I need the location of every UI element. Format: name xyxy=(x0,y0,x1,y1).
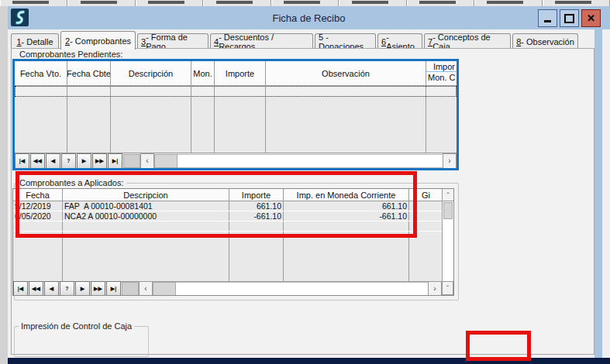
nav-next-button[interactable]: ▶ xyxy=(75,281,90,297)
vscroll-up-arrow[interactable]: ˆ xyxy=(443,189,453,201)
col-observacion[interactable]: Observación xyxy=(266,61,426,85)
impresion-groupbox xyxy=(14,326,149,357)
col-importe[interactable]: Importe xyxy=(229,189,284,201)
tab-donaciones[interactable]: 5 - Donaciones xyxy=(315,33,376,49)
vscroll-down-arrow[interactable]: ˇ xyxy=(442,281,453,295)
aplicados-row-1[interactable]: 9/12/2019 FAP A 00010-00081401 661.10 66… xyxy=(13,201,443,211)
col-importe-moneda-corriente[interactable]: Impor Mon. C xyxy=(426,61,457,85)
hscroll-thumb[interactable] xyxy=(154,154,177,168)
nav-first-button[interactable]: |◀ xyxy=(15,153,29,169)
screen: Ficha de Recibo ✕ 1 - Detalle 2 - Compro… xyxy=(0,0,610,364)
hscroll-right-arrow[interactable]: › xyxy=(428,281,442,297)
dialog-titlebar: Ficha de Recibo ✕ xyxy=(8,6,610,29)
pendientes-header-row: Fecha Vto. Fecha Cbte Descripción Mon. I… xyxy=(15,61,457,86)
pendientes-table: Fecha Vto. Fecha Cbte Descripción Mon. I… xyxy=(12,59,459,170)
nav-search-button[interactable]: ? xyxy=(60,281,74,297)
nav-fast-next-button[interactable]: ▶▶ xyxy=(91,281,105,297)
hscroll-track[interactable] xyxy=(177,154,443,168)
nav-prev-button[interactable]: ◀ xyxy=(44,281,59,297)
nav-fast-next-button[interactable]: ▶▶ xyxy=(92,153,107,169)
hscroll-thumb[interactable] xyxy=(153,282,176,296)
col-fecha[interactable]: Fecha xyxy=(13,189,63,201)
aplicados-row-2[interactable]: 6/05/2020 NCA2 A 00010-00000000 -661.10 … xyxy=(13,211,443,221)
pendientes-empty-area xyxy=(15,97,457,154)
col-fecha-vto[interactable]: Fecha Vto. xyxy=(15,61,67,85)
aplicados-record-navigator: |◀ ◀◀ ◀ ? ▶ ▶▶ ▶| ‹ › xyxy=(13,281,442,295)
maximize-button[interactable] xyxy=(560,9,579,27)
background-window-tabs xyxy=(0,0,610,6)
col-descripcion[interactable]: Descripción xyxy=(111,61,191,85)
col-descripcion[interactable]: Descripcion xyxy=(63,189,229,201)
tab-observacion[interactable]: 8 - Observación xyxy=(512,33,578,49)
hscroll-left-arrow[interactable]: ‹ xyxy=(139,281,153,297)
tab-comprobantes[interactable]: 2 - Comprobantes xyxy=(60,31,136,50)
col-fecha-cbte[interactable]: Fecha Cbte xyxy=(67,61,111,85)
col-imp-moneda-corriente[interactable]: Imp. en Moneda Corriente xyxy=(284,189,409,201)
nav-prev-button[interactable]: ◀ xyxy=(46,153,60,169)
close-button[interactable]: ✕ xyxy=(581,9,601,27)
hscroll-right-arrow[interactable]: › xyxy=(443,153,457,169)
aplicados-header-row: Fecha Descripcion Importe Imp. en Moneda… xyxy=(13,189,443,201)
nav-fast-prev-button[interactable]: ◀◀ xyxy=(30,153,45,169)
nav-first-button[interactable]: |◀ xyxy=(13,281,28,297)
window-controls: ✕ xyxy=(538,9,601,27)
pendientes-group-label: Comprobantes Pendientes: xyxy=(17,50,125,59)
dialog-bottom-border xyxy=(8,358,610,364)
hscroll-left-arrow[interactable]: ‹ xyxy=(140,153,154,169)
aplicados-empty-area xyxy=(13,232,443,283)
nav-last-button[interactable]: ▶| xyxy=(106,281,121,297)
dialog-title: Ficha de Recibo xyxy=(8,12,610,24)
tab-asiento[interactable]: 6 - Asiento xyxy=(377,33,422,49)
aplicados-table: Fecha Descripcion Importe Imp. en Moneda… xyxy=(12,188,454,296)
col-gi[interactable]: Gi xyxy=(409,189,443,201)
aplicados-empty-row xyxy=(13,221,443,232)
col-mon[interactable]: Mon. xyxy=(191,61,215,85)
tab-conceptos-de-caja[interactable]: 7 - Conceptos de Caja xyxy=(424,33,511,49)
pendientes-empty-selected-row[interactable] xyxy=(15,86,457,97)
nav-fast-prev-button[interactable]: ◀◀ xyxy=(29,281,43,297)
minimize-button[interactable] xyxy=(538,9,557,27)
hscroll-track[interactable] xyxy=(176,282,428,296)
impresion-group-label: Impresión de Control de Caja xyxy=(19,321,134,331)
nav-last-button[interactable]: ▶| xyxy=(108,153,122,169)
aplicados-vscroll[interactable]: ˆ xyxy=(442,189,453,281)
pendientes-record-navigator: |◀ ◀◀ ◀ ? ▶ ▶▶ ▶| ‹ › xyxy=(15,153,457,168)
dialog-right-border xyxy=(594,29,602,358)
aplicados-group-label: Comprobantes a Aplicados: xyxy=(17,178,126,187)
nav-search-button[interactable]: ? xyxy=(61,153,76,169)
tab-descuentos-recargos[interactable]: 4 - Descuentos / Recargos xyxy=(210,33,313,49)
nav-next-button[interactable]: ▶ xyxy=(77,153,91,169)
vscroll-thumb[interactable] xyxy=(443,202,453,219)
col-importe[interactable]: Importe xyxy=(215,61,266,85)
tab-detalle[interactable]: 1 - Detalle xyxy=(11,33,59,49)
tab-forma-de-pago[interactable]: 3 - Forma de Pago xyxy=(137,33,209,49)
